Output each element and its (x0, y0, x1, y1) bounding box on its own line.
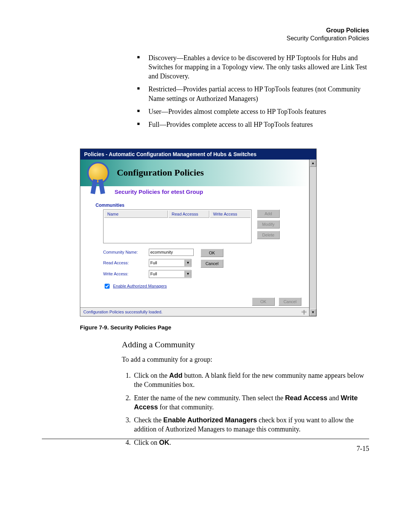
table-body[interactable] (104, 219, 250, 242)
write-access-label: Write Access: (103, 272, 149, 276)
read-access-value: Full (149, 260, 157, 265)
status-text: Configuration Policies successfully load… (83, 310, 162, 314)
step-item: Click on OK. (132, 438, 369, 447)
window-titlebar: Policies - Automatic Configuration Manag… (80, 149, 316, 160)
col-read[interactable]: Read Accesss (169, 211, 209, 218)
dialog-subtitle: Security Policies for etest Group (115, 189, 301, 195)
write-access-value: Full (149, 272, 157, 276)
section-heading: Adding a Community (122, 340, 369, 350)
chevron-down-icon: ▼ (185, 271, 191, 277)
form-ok-button[interactable]: OK (201, 249, 223, 257)
col-write[interactable]: Write Access (210, 211, 250, 218)
intro-text: To add a community for a group: (122, 355, 369, 364)
add-button[interactable]: Add (257, 209, 280, 218)
delete-button[interactable]: Delete (257, 231, 280, 239)
modify-button[interactable]: Modify (257, 220, 280, 228)
header-subtitle: Security Configuration Policies (42, 35, 369, 43)
chevron-down-icon: ▼ (185, 260, 191, 266)
communities-table: Name Read Accesss Write Access (103, 209, 252, 243)
bullet-item: Restricted—Provides partial access to HP… (137, 85, 369, 103)
enable-managers-label[interactable]: Enable Authorized Managers (113, 284, 167, 288)
scroll-up-icon[interactable]: ▲ (310, 160, 316, 167)
read-access-label: Read Access: (103, 260, 149, 265)
step-item: Check the Enable Authorized Managers che… (132, 415, 369, 434)
vertical-scrollbar[interactable]: ▲ ▼ (309, 160, 316, 316)
communities-label: Communities (96, 203, 301, 208)
resize-grip-icon: =||= (301, 309, 306, 315)
scroll-down-icon[interactable]: ▼ (310, 309, 316, 316)
enable-managers-checkbox[interactable] (105, 284, 110, 289)
figure-caption: Figure 7-9. Security Policies Page (80, 324, 316, 331)
footer-rule (42, 439, 369, 439)
bullet-item: Full—Provides complete access to all HP … (137, 120, 369, 129)
step-item: Enter the name of the new community. The… (132, 393, 369, 412)
bullet-list: Discovery—Enables a device to be discove… (122, 53, 369, 129)
form-cancel-button[interactable]: Cancel (201, 259, 223, 268)
step-item: Click on the Add button. A blank field f… (132, 371, 369, 390)
read-access-select[interactable]: Full ▼ (149, 259, 191, 267)
write-access-select[interactable]: Full ▼ (149, 270, 191, 278)
dialog-window: Policies - Automatic Configuration Manag… (80, 149, 317, 316)
bullet-item: User—Provides almost complete access to … (137, 107, 369, 116)
community-name-input[interactable] (149, 249, 194, 256)
dialog-ok-button[interactable]: OK (252, 297, 275, 306)
col-name[interactable]: Name (104, 211, 168, 218)
header-title: Group Policies (42, 27, 369, 35)
community-name-label: Community Name: (103, 250, 149, 254)
ribbon-icon (87, 162, 109, 184)
banner: Configuration Policies (80, 160, 309, 186)
bullet-item: Discovery—Enables a device to be discove… (137, 53, 369, 81)
steps-list: Click on the Add button. A blank field f… (122, 371, 369, 447)
page-header: Group Policies Security Configuration Po… (42, 27, 369, 43)
dialog-cancel-button[interactable]: Cancel (279, 297, 301, 306)
banner-title: Configuration Policies (117, 168, 204, 178)
page-number: 7-15 (357, 445, 369, 453)
